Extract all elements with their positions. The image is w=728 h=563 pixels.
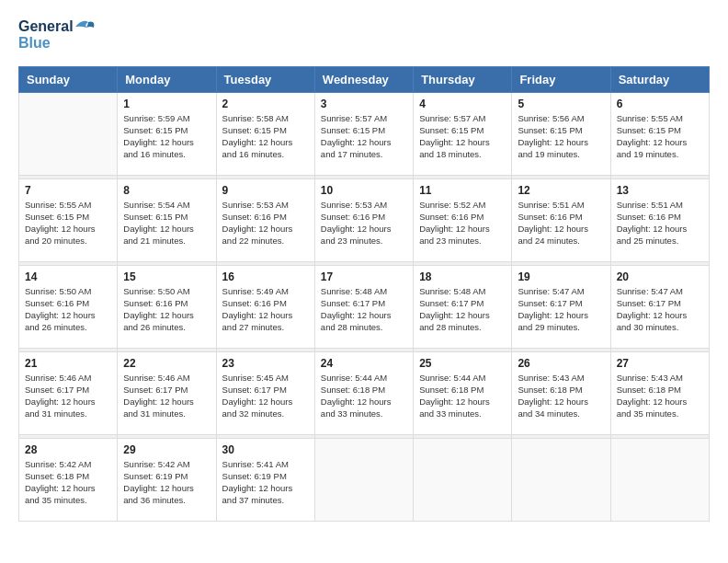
day-info: Sunrise: 5:44 AMSunset: 6:18 PMDaylight:… [321,372,407,420]
day-info: Sunrise: 5:55 AMSunset: 6:15 PMDaylight:… [25,199,111,247]
day-number: 26 [518,357,604,370]
calendar-day-cell: 11Sunrise: 5:52 AMSunset: 6:16 PMDayligh… [414,178,512,261]
day-info: Sunrise: 5:48 AMSunset: 6:17 PMDaylight:… [321,285,407,334]
day-number: 16 [222,270,309,283]
calendar-day-cell: 29Sunrise: 5:42 AMSunset: 6:19 PMDayligh… [118,438,216,521]
calendar-day-cell: 25Sunrise: 5:44 AMSunset: 6:18 PMDayligh… [414,351,512,434]
day-info: Sunrise: 5:47 AMSunset: 6:17 PMDaylight:… [518,285,604,334]
day-number: 3 [321,98,407,110]
page-header: General Blue [18,18,710,52]
calendar-week-row: 28Sunrise: 5:42 AMSunset: 6:18 PMDayligh… [19,438,710,521]
day-info: Sunrise: 5:42 AMSunset: 6:18 PMDaylight:… [25,458,111,507]
logo-wordmark: General Blue [18,18,96,52]
logo-general: General [18,18,74,35]
day-number: 8 [123,184,210,197]
day-info: Sunrise: 5:46 AMSunset: 6:17 PMDaylight:… [25,372,111,420]
day-number: 9 [222,184,309,197]
calendar-table: SundayMondayTuesdayWednesdayThursdayFrid… [18,66,710,522]
calendar-day-cell: 17Sunrise: 5:48 AMSunset: 6:17 PMDayligh… [314,265,413,348]
calendar-day-cell: 5Sunrise: 5:56 AMSunset: 6:15 PMDaylight… [512,92,610,175]
day-info: Sunrise: 5:57 AMSunset: 6:15 PMDaylight:… [321,112,407,161]
calendar-day-cell: 19Sunrise: 5:47 AMSunset: 6:17 PMDayligh… [512,265,610,348]
day-number: 24 [321,357,407,370]
weekday-header: Monday [118,66,216,92]
calendar-day-cell: 20Sunrise: 5:47 AMSunset: 6:17 PMDayligh… [610,265,709,348]
day-number: 7 [25,184,111,197]
day-info: Sunrise: 5:48 AMSunset: 6:17 PMDaylight:… [419,285,506,334]
calendar-day-cell: 21Sunrise: 5:46 AMSunset: 6:17 PMDayligh… [19,351,118,434]
day-number: 22 [123,357,210,370]
calendar-week-row: 14Sunrise: 5:50 AMSunset: 6:16 PMDayligh… [19,265,710,348]
calendar-week-row: 7Sunrise: 5:55 AMSunset: 6:15 PMDaylight… [19,178,710,261]
calendar-day-cell: 6Sunrise: 5:55 AMSunset: 6:15 PMDaylight… [610,92,709,175]
day-info: Sunrise: 5:53 AMSunset: 6:16 PMDaylight:… [321,199,407,247]
calendar-day-cell: 22Sunrise: 5:46 AMSunset: 6:17 PMDayligh… [118,351,216,434]
day-number: 1 [123,98,210,110]
day-info: Sunrise: 5:43 AMSunset: 6:18 PMDaylight:… [518,372,604,420]
day-info: Sunrise: 5:51 AMSunset: 6:16 PMDaylight:… [617,199,703,247]
day-info: Sunrise: 5:58 AMSunset: 6:15 PMDaylight:… [222,112,309,161]
calendar-day-cell: 4Sunrise: 5:57 AMSunset: 6:15 PMDaylight… [414,92,512,175]
weekday-header: Wednesday [314,66,413,92]
day-info: Sunrise: 5:44 AMSunset: 6:18 PMDaylight:… [419,372,506,420]
calendar-day-cell: 1Sunrise: 5:59 AMSunset: 6:15 PMDaylight… [118,92,216,175]
day-number: 27 [617,357,703,370]
calendar-day-cell: 28Sunrise: 5:42 AMSunset: 6:18 PMDayligh… [19,438,118,521]
day-info: Sunrise: 5:57 AMSunset: 6:15 PMDaylight:… [419,112,506,161]
day-info: Sunrise: 5:52 AMSunset: 6:16 PMDaylight:… [419,199,506,247]
weekday-header: Friday [512,66,610,92]
calendar-day-cell [19,92,118,175]
day-info: Sunrise: 5:46 AMSunset: 6:17 PMDaylight:… [123,372,210,420]
day-info: Sunrise: 5:54 AMSunset: 6:15 PMDaylight:… [123,199,210,247]
calendar-day-cell: 26Sunrise: 5:43 AMSunset: 6:18 PMDayligh… [512,351,610,434]
day-number: 14 [25,270,111,283]
weekday-header: Tuesday [216,66,314,92]
day-number: 23 [222,357,309,370]
day-number: 5 [518,98,604,110]
calendar-day-cell: 8Sunrise: 5:54 AMSunset: 6:15 PMDaylight… [118,178,216,261]
calendar-day-cell: 23Sunrise: 5:45 AMSunset: 6:17 PMDayligh… [216,351,314,434]
calendar-day-cell [314,438,413,521]
day-info: Sunrise: 5:47 AMSunset: 6:17 PMDaylight:… [617,285,703,334]
calendar-week-row: 1Sunrise: 5:59 AMSunset: 6:15 PMDaylight… [19,92,710,175]
calendar-week-row: 21Sunrise: 5:46 AMSunset: 6:17 PMDayligh… [19,351,710,434]
calendar-day-cell [512,438,610,521]
day-number: 29 [123,443,210,456]
day-info: Sunrise: 5:51 AMSunset: 6:16 PMDaylight:… [518,199,604,247]
calendar-day-cell: 10Sunrise: 5:53 AMSunset: 6:16 PMDayligh… [314,178,413,261]
calendar-header-row: SundayMondayTuesdayWednesdayThursdayFrid… [19,66,710,92]
day-info: Sunrise: 5:45 AMSunset: 6:17 PMDaylight:… [222,372,309,420]
day-info: Sunrise: 5:56 AMSunset: 6:15 PMDaylight:… [518,112,604,161]
calendar-day-cell: 3Sunrise: 5:57 AMSunset: 6:15 PMDaylight… [314,92,413,175]
calendar-day-cell [610,438,709,521]
calendar-day-cell: 7Sunrise: 5:55 AMSunset: 6:15 PMDaylight… [19,178,118,261]
calendar-day-cell: 2Sunrise: 5:58 AMSunset: 6:15 PMDaylight… [216,92,314,175]
weekday-header: Sunday [19,66,118,92]
day-number: 30 [222,443,309,456]
day-number: 20 [617,270,703,283]
day-info: Sunrise: 5:50 AMSunset: 6:16 PMDaylight:… [123,285,210,334]
day-info: Sunrise: 5:49 AMSunset: 6:16 PMDaylight:… [222,285,309,334]
day-info: Sunrise: 5:53 AMSunset: 6:16 PMDaylight:… [222,199,309,247]
day-number: 25 [419,357,506,370]
day-number: 12 [518,184,604,197]
calendar-day-cell: 24Sunrise: 5:44 AMSunset: 6:18 PMDayligh… [314,351,413,434]
day-number: 21 [25,357,111,370]
day-number: 11 [419,184,506,197]
weekday-header: Saturday [610,66,709,92]
calendar-day-cell [414,438,512,521]
day-number: 4 [419,98,506,110]
logo-bird-icon [75,18,96,35]
day-number: 15 [123,270,210,283]
day-info: Sunrise: 5:59 AMSunset: 6:15 PMDaylight:… [123,112,210,161]
day-info: Sunrise: 5:41 AMSunset: 6:19 PMDaylight:… [222,458,309,507]
day-info: Sunrise: 5:42 AMSunset: 6:19 PMDaylight:… [123,458,210,507]
calendar-day-cell: 27Sunrise: 5:43 AMSunset: 6:18 PMDayligh… [610,351,709,434]
calendar-day-cell: 13Sunrise: 5:51 AMSunset: 6:16 PMDayligh… [610,178,709,261]
calendar-day-cell: 16Sunrise: 5:49 AMSunset: 6:16 PMDayligh… [216,265,314,348]
calendar-day-cell: 30Sunrise: 5:41 AMSunset: 6:19 PMDayligh… [216,438,314,521]
day-info: Sunrise: 5:55 AMSunset: 6:15 PMDaylight:… [617,112,703,161]
logo-blue: Blue [18,35,96,52]
calendar-day-cell: 15Sunrise: 5:50 AMSunset: 6:16 PMDayligh… [118,265,216,348]
calendar-day-cell: 12Sunrise: 5:51 AMSunset: 6:16 PMDayligh… [512,178,610,261]
